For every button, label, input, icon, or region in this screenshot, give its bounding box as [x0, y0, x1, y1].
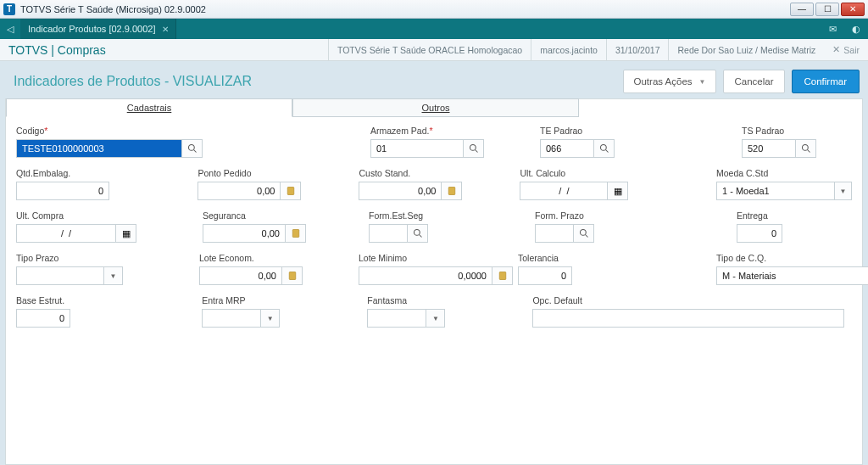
search-icon[interactable] — [574, 224, 594, 243]
ultcalculo-input[interactable] — [520, 182, 608, 200]
baseestrut-input[interactable] — [16, 309, 70, 328]
svg-point-0 — [188, 145, 194, 151]
tipoprazo-select[interactable] — [16, 266, 104, 285]
field-label: Moeda C.Std — [716, 168, 852, 178]
moeda-select[interactable] — [716, 182, 835, 200]
entramrp-select[interactable] — [202, 309, 261, 328]
tab-cadastrais[interactable]: Cadastrais — [6, 98, 292, 117]
page-header: Indicadores de Produtos - VISUALIZAR Out… — [0, 61, 868, 98]
page-title: Indicadores de Produtos - VISUALIZAR — [8, 74, 616, 89]
field-label: Tipo de C.Q. — [716, 253, 868, 263]
svg-line-7 — [807, 150, 810, 153]
window-minimize-button[interactable]: — — [790, 3, 814, 16]
pontopedido-input[interactable] — [198, 182, 281, 200]
calculator-icon[interactable] — [492, 266, 513, 285]
field-label: TS Padrao — [742, 126, 826, 136]
cancel-button[interactable]: Cancelar — [723, 70, 784, 93]
tab-label: Outros — [421, 103, 449, 113]
svg-point-11 — [414, 230, 420, 236]
chevron-down-icon: ▼ — [699, 78, 706, 86]
svg-rect-15 — [289, 272, 296, 280]
calculator-icon[interactable] — [282, 266, 303, 285]
search-icon[interactable] — [182, 139, 203, 158]
calendar-icon[interactable]: ▦ — [608, 182, 628, 200]
chevron-down-icon[interactable]: ▼ — [835, 182, 852, 200]
calendar-icon[interactable]: ▦ — [116, 224, 136, 243]
window-close-button[interactable]: ✕ — [841, 3, 865, 16]
cancel-label: Cancelar — [734, 76, 773, 87]
field-label: Base Estrut. — [16, 295, 83, 305]
env-label: TOTVS Série T Saúde ORACLE Homologacao — [328, 39, 531, 61]
formprazo-input[interactable] — [535, 224, 574, 243]
calculator-icon[interactable] — [281, 182, 301, 200]
svg-point-2 — [470, 145, 476, 151]
formestseg-input[interactable] — [369, 224, 408, 243]
field-label: Tolerancia — [518, 253, 572, 263]
confirm-label: Confirmar — [804, 76, 847, 87]
chevron-down-icon[interactable]: ▼ — [261, 309, 280, 328]
armazem-input[interactable] — [370, 139, 464, 158]
close-icon[interactable]: ✕ — [162, 25, 169, 34]
window-title: TOTVS Série T Saúde (Microsiga) 02.9.000… — [20, 4, 790, 14]
ultcompra-input[interactable] — [16, 224, 116, 243]
field-label: Qtd.Embalag. — [16, 168, 113, 178]
calculator-icon[interactable] — [442, 182, 462, 200]
field-label: Form.Est.Seg — [369, 210, 437, 221]
opcdefault-input[interactable] — [532, 309, 844, 328]
tepadrao-input[interactable] — [540, 139, 594, 158]
field-label: Ult. Compra — [16, 210, 143, 221]
confirm-button[interactable]: Confirmar — [792, 70, 860, 93]
codigo-input[interactable] — [16, 139, 182, 158]
app-tab[interactable]: Indicador Produtos [02.9.0002] ✕ — [20, 19, 176, 39]
back-icon[interactable]: ◁ — [0, 24, 20, 35]
form-card: Cadastrais Outros Codigo* Armazem Pad.* — [5, 98, 863, 465]
field-label: Entra MRP — [202, 295, 286, 305]
user-label: marcos.jacinto — [531, 39, 606, 61]
org-label: Rede Dor Sao Luiz / Medise Matriz — [668, 39, 824, 61]
svg-line-3 — [475, 150, 477, 153]
exit-button[interactable]: ✕Sair — [824, 44, 860, 55]
module-brand: TOTVS | Compras — [8, 43, 106, 57]
search-icon[interactable] — [594, 139, 615, 158]
field-label: Seguranca — [203, 210, 313, 221]
tipocq-select[interactable] — [716, 266, 868, 285]
lotemin-input[interactable] — [359, 266, 492, 285]
svg-rect-16 — [499, 272, 506, 280]
search-icon[interactable] — [408, 224, 428, 243]
exit-label: Sair — [843, 45, 860, 55]
date-label: 31/10/2017 — [606, 39, 669, 61]
field-label: Lote Econom. — [199, 253, 303, 263]
chevron-down-icon[interactable]: ▼ — [426, 309, 445, 328]
field-label: Ult. Calculo — [520, 168, 633, 178]
svg-line-12 — [419, 235, 421, 238]
svg-point-6 — [802, 145, 808, 151]
search-icon[interactable] — [464, 139, 484, 158]
loteecon-input[interactable] — [199, 266, 282, 285]
calculator-icon[interactable] — [286, 224, 306, 243]
tspadrao-input[interactable] — [742, 139, 796, 158]
window-titlebar: T TOTVS Série T Saúde (Microsiga) 02.9.0… — [0, 0, 868, 19]
app-tab-label: Indicador Produtos [02.9.0002] — [28, 24, 155, 34]
svg-rect-10 — [292, 230, 299, 238]
window-maximize-button[interactable]: ☐ — [815, 3, 839, 16]
field-label: Opc. Default — [532, 295, 852, 305]
qtdembalag-input[interactable] — [16, 182, 109, 200]
svg-rect-8 — [287, 188, 294, 195]
seguranca-input[interactable] — [203, 224, 286, 243]
field-label: Tipo Prazo — [16, 253, 123, 263]
tab-outros[interactable]: Outros — [292, 98, 579, 117]
field-label: TE Padrao — [540, 126, 625, 136]
entrega-input[interactable] — [737, 224, 782, 243]
app-icon: T — [3, 3, 15, 15]
search-icon[interactable] — [796, 139, 816, 158]
help-icon[interactable]: ◐ — [844, 24, 868, 35]
svg-point-13 — [580, 230, 586, 236]
custostand-input[interactable] — [359, 182, 442, 200]
svg-rect-9 — [448, 188, 455, 195]
chevron-down-icon[interactable]: ▼ — [104, 266, 123, 285]
tolerancia-input[interactable] — [518, 266, 572, 285]
fantasma-select[interactable] — [367, 309, 426, 328]
mail-icon[interactable]: ✉ — [821, 24, 844, 35]
other-actions-button[interactable]: Outras Ações ▼ — [623, 70, 717, 93]
app-tab-bar: ◁ Indicador Produtos [02.9.0002] ✕ ✉ ◐ — [0, 19, 868, 39]
